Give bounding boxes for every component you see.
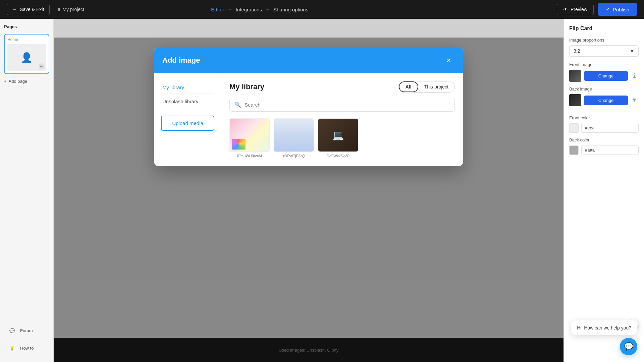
plus-icon: +: [4, 79, 7, 84]
right-sidebar-title: Flip Card: [569, 25, 639, 32]
list-item[interactable]: 💻 Dd9Wkk5vj80: [318, 118, 358, 158]
list-item[interactable]: IFmuWU0tv4M: [229, 118, 270, 158]
modal-nav-my-library[interactable]: My library: [161, 81, 214, 94]
image-preview-3: 💻: [318, 118, 358, 152]
left-sidebar: Pages Home 👤 ⋯ + Add page 💬 Forum 💡 How …: [0, 19, 54, 362]
howto-label: How to: [20, 346, 34, 351]
add-page-label: Add page: [9, 79, 28, 84]
back-color-value[interactable]: #aaa: [581, 145, 639, 155]
modal: Add image × My library Unsplash library …: [154, 48, 463, 166]
filter-all-button[interactable]: All: [399, 81, 418, 92]
pages-title: Pages: [4, 24, 49, 29]
back-image-thumb: [569, 94, 581, 106]
list-item[interactable]: x3EvvTjE8rQ: [274, 118, 314, 158]
image-preview-1: [229, 118, 270, 152]
top-nav: ← Save & Exit My project Editor → Integr…: [0, 0, 644, 19]
publish-label: Publish: [613, 7, 629, 12]
step-arrow-1: →: [228, 7, 232, 12]
image-label-2: x3EvvTjE8rQ: [283, 154, 305, 158]
front-image-field: Front image Change 🗑: [569, 62, 639, 82]
step-sharing[interactable]: Sharing options: [273, 7, 308, 12]
project-name: My project: [58, 7, 84, 12]
save-exit-button[interactable]: ← Save & Exit: [7, 4, 50, 15]
back-color-row: #aaa: [569, 145, 639, 155]
filter-buttons: All This project: [398, 81, 455, 93]
divider-1: [569, 111, 639, 111]
save-exit-label: Save & Exit: [20, 7, 44, 12]
chevron-down-icon: ▼: [630, 48, 634, 54]
eye-icon: 👁: [563, 7, 568, 12]
step-integrations[interactable]: Integrations: [236, 7, 262, 12]
modal-body: My library Unsplash library Upload media…: [154, 73, 463, 166]
images-grid: IFmuWU0tv4M x3EvvTjE8rQ: [229, 118, 455, 158]
filter-this-project-button[interactable]: This project: [418, 81, 454, 92]
front-color-swatch[interactable]: [569, 123, 579, 133]
modal-title: Add image: [162, 56, 200, 65]
back-image-delete-button[interactable]: 🗑: [631, 96, 639, 105]
step-arrow-2: →: [265, 7, 270, 12]
chat-bubble: Hi! How can we help you?: [571, 320, 637, 335]
back-image-change-button[interactable]: Change: [584, 96, 628, 105]
proportions-value: 3:2: [574, 48, 580, 54]
modal-content-area: My library All This project 🔍: [221, 73, 463, 166]
back-color-field: Back color #aaa: [569, 137, 639, 155]
center-content: Used images: Unsplash, Giphy Add image ×…: [54, 19, 564, 362]
howto-item[interactable]: 💡 How to: [4, 341, 37, 355]
page-dots-menu[interactable]: ⋯: [39, 63, 45, 69]
back-arrow-icon: ←: [12, 7, 17, 12]
page-card-home[interactable]: Home 👤 ⋯: [4, 34, 49, 74]
page-card-label: Home: [7, 37, 46, 42]
front-image-label: Front image: [569, 62, 639, 67]
modal-overlay: Add image × My library Unsplash library …: [54, 38, 564, 362]
modal-nav-unsplash[interactable]: Unsplash library: [161, 94, 214, 108]
modal-close-button[interactable]: ×: [443, 54, 455, 66]
step-editor[interactable]: Editor: [211, 7, 224, 12]
forum-icon: 💬: [7, 326, 17, 335]
back-image-row: Change 🗑: [569, 94, 639, 106]
publish-button[interactable]: ✓ Publish: [598, 3, 637, 16]
image-label-3: Dd9Wkk5vj80: [327, 154, 350, 158]
search-input[interactable]: [245, 102, 450, 108]
back-color-swatch[interactable]: [569, 145, 579, 155]
front-color-value[interactable]: #eee: [581, 123, 639, 133]
search-icon: 🔍: [234, 102, 241, 108]
image-proportions-label: Image proportions: [569, 38, 639, 43]
checkmark-icon: ✓: [606, 6, 610, 12]
dot-icon: [58, 8, 60, 11]
back-image-field: Back image Change 🗑: [569, 86, 639, 106]
modal-header: Add image ×: [154, 48, 463, 73]
page-thumb-icon: 👤: [21, 52, 33, 63]
front-image-delete-button[interactable]: 🗑: [631, 71, 639, 80]
right-sidebar: Flip Card Image proportions 3:2 ▼ Front …: [564, 19, 644, 362]
forum-label: Forum: [20, 328, 33, 333]
image-preview-2: [274, 118, 314, 152]
forum-item[interactable]: 💬 Forum: [4, 323, 37, 338]
messenger-icon: 💬: [624, 342, 633, 351]
preview-label: Preview: [571, 7, 587, 12]
search-bar[interactable]: 🔍: [229, 98, 455, 112]
proportions-select[interactable]: 3:2 ▼: [569, 45, 639, 57]
lightbulb-icon: 💡: [7, 343, 17, 353]
project-name-text: My project: [62, 7, 84, 12]
front-image-change-button[interactable]: Change: [584, 71, 628, 81]
main-layout: Pages Home 👤 ⋯ + Add page 💬 Forum 💡 How …: [0, 19, 644, 362]
front-image-row: Change 🗑: [569, 70, 639, 82]
back-color-label: Back color: [569, 137, 639, 142]
front-color-field: Front color #eee: [569, 115, 639, 133]
bottom-sidebar-items: 💬 Forum 💡 How to: [4, 323, 37, 355]
library-title: My library: [229, 82, 264, 91]
chat-fab[interactable]: 💬: [620, 338, 637, 355]
add-page-button[interactable]: + Add page: [4, 77, 49, 85]
preview-button[interactable]: 👁 Preview: [557, 4, 594, 15]
page-card-thumb: 👤 ⋯: [7, 44, 46, 71]
back-image-label: Back image: [569, 86, 639, 92]
modal-nav: My library Unsplash library Upload media: [154, 73, 221, 166]
front-image-thumb: [569, 70, 581, 82]
library-header: My library All This project: [229, 81, 455, 93]
topnav-right: 👁 Preview ✓ Publish: [557, 3, 637, 16]
nav-steps: Editor → Integrations → Sharing options: [211, 7, 308, 12]
image-label-1: IFmuWU0tv4M: [237, 154, 262, 158]
front-color-label: Front color: [569, 115, 639, 120]
upload-media-button[interactable]: Upload media: [161, 116, 214, 131]
image-proportions-field: Image proportions 3:2 ▼: [569, 38, 639, 57]
